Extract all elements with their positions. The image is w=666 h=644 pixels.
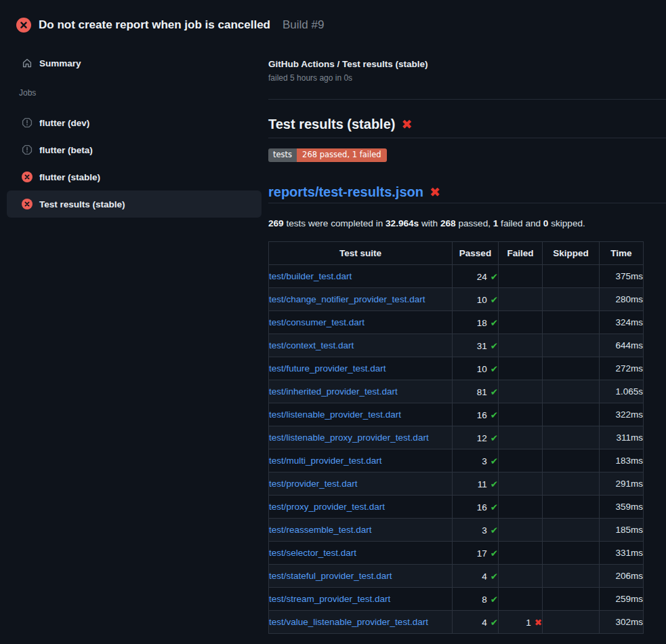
check-icon: ✔ bbox=[491, 364, 498, 374]
total-tests-count: 269 bbox=[268, 218, 284, 228]
skipped-cell bbox=[543, 519, 600, 542]
passed-cell: 11✔ bbox=[453, 472, 499, 496]
passed-cell: 8✔ bbox=[453, 588, 499, 611]
column-header-skipped: Skipped bbox=[543, 242, 600, 265]
passed-cell-value: 10 bbox=[477, 295, 487, 305]
skipped-cell bbox=[543, 565, 600, 588]
sidebar-item-label: flutter (beta) bbox=[39, 145, 93, 155]
badge-value: 268 passed, 1 failed bbox=[297, 148, 386, 162]
time-cell: 324ms bbox=[600, 311, 644, 334]
report-file-link[interactable]: reports/test-results.json bbox=[268, 184, 423, 199]
check-icon: ✔ bbox=[491, 456, 498, 466]
time-cell: 272ms bbox=[600, 357, 644, 380]
test-suite-link[interactable]: test/future_provider_test.dart bbox=[269, 363, 386, 374]
report-title: Test results (stable)✖ bbox=[268, 115, 666, 138]
passed-cell-value: 17 bbox=[477, 548, 487, 559]
sidebar-item-flutter-stable[interactable]: flutter (stable) bbox=[7, 163, 262, 190]
passed-cell-value: 12 bbox=[477, 433, 487, 443]
failed-cell bbox=[499, 542, 543, 565]
test-suite-link[interactable]: test/stateful_provider_test.dart bbox=[269, 571, 392, 581]
test-suite-link[interactable]: test/context_test.dart bbox=[269, 340, 354, 350]
cancelled-icon bbox=[22, 117, 33, 128]
passed-cell-value: 8 bbox=[482, 595, 487, 605]
summary-text: passed, bbox=[456, 218, 493, 228]
passed-cell-value: 24 bbox=[477, 272, 487, 282]
sidebar-item-label: Summary bbox=[39, 58, 81, 68]
test-suite-cell: test/inherited_provider_test.dart bbox=[269, 380, 453, 403]
test-suite-cell: test/stream_provider_test.dart bbox=[269, 588, 453, 611]
table-row: test/future_provider_test.dart10✔272ms bbox=[269, 357, 644, 380]
passed-cell-value: 81 bbox=[477, 387, 487, 397]
page-title: Do not create report when job is cancell… bbox=[39, 18, 270, 32]
skipped-cell bbox=[543, 449, 600, 472]
test-suite-link[interactable]: test/change_notifier_provider_test.dart bbox=[269, 294, 425, 304]
test-suite-cell: test/listenable_proxy_provider_test.dart bbox=[269, 426, 453, 449]
test-suite-cell: test/reassemble_test.dart bbox=[269, 519, 453, 542]
test-suite-link[interactable]: test/consumer_test.dart bbox=[269, 317, 365, 327]
test-results-table: Test suite Passed Failed Skipped Time te… bbox=[268, 241, 644, 634]
summary-line: 269 tests were completed in 32.964s with… bbox=[268, 218, 645, 229]
skipped-cell bbox=[543, 403, 600, 426]
skipped-cell bbox=[543, 288, 600, 311]
passed-cell-value: 10 bbox=[477, 364, 487, 374]
check-icon: ✔ bbox=[491, 571, 498, 582]
time-cell: 291ms bbox=[600, 472, 644, 496]
time-cell: 311ms bbox=[600, 426, 644, 449]
passed-cell-value: 16 bbox=[477, 410, 487, 420]
table-row: test/selector_test.dart17✔331ms bbox=[269, 542, 644, 565]
test-suite-link[interactable]: test/value_listenable_provider_test.dart bbox=[269, 617, 428, 627]
passed-cell: 12✔ bbox=[453, 426, 499, 449]
test-suite-link[interactable]: test/proxy_provider_test.dart bbox=[269, 502, 385, 512]
time-cell: 644ms bbox=[600, 334, 644, 357]
passed-cell: 10✔ bbox=[453, 357, 499, 380]
failed-cell bbox=[499, 496, 543, 519]
time-cell: 375ms bbox=[600, 265, 644, 288]
test-suite-link[interactable]: test/provider_test.dart bbox=[269, 479, 358, 489]
time-cell: 359ms bbox=[600, 496, 644, 519]
test-suite-link[interactable]: test/builder_test.dart bbox=[269, 271, 352, 281]
failed-cell bbox=[499, 565, 543, 588]
summary-text: skipped. bbox=[548, 218, 585, 228]
sidebar-item-test-results-stable[interactable]: Test results (stable) bbox=[7, 190, 262, 218]
failed-cell bbox=[499, 357, 543, 380]
test-suite-link[interactable]: test/inherited_provider_test.dart bbox=[269, 386, 398, 397]
check-icon: ✔ bbox=[491, 618, 498, 628]
sidebar-item-summary[interactable]: Summary bbox=[7, 49, 262, 77]
time-cell: 185ms bbox=[600, 519, 644, 542]
test-suite-link[interactable]: test/multi_provider_test.dart bbox=[269, 456, 382, 466]
test-suite-cell: test/selector_test.dart bbox=[269, 542, 453, 565]
passed-cell: 16✔ bbox=[453, 403, 499, 426]
failed-cell bbox=[499, 334, 543, 357]
sidebar-item-flutter-beta[interactable]: flutter (beta) bbox=[7, 136, 262, 163]
table-row: test/stateful_provider_test.dart4✔206ms bbox=[269, 565, 644, 588]
main-content: GitHub Actions / Test results (stable) f… bbox=[268, 38, 666, 634]
skipped-cell bbox=[543, 311, 600, 334]
test-suite-link[interactable]: test/listenable_proxy_provider_test.dart bbox=[269, 432, 429, 443]
table-row: test/listenable_proxy_provider_test.dart… bbox=[269, 426, 644, 449]
test-suite-link[interactable]: test/stream_provider_test.dart bbox=[269, 594, 390, 604]
table-row: test/builder_test.dart24✔375ms bbox=[269, 265, 644, 288]
passed-cell: 81✔ bbox=[453, 380, 499, 403]
time-cell: 322ms bbox=[600, 403, 644, 426]
sidebar: Summary Jobs flutter (dev) flut bbox=[0, 38, 268, 218]
skipped-cell bbox=[543, 588, 600, 611]
passed-cell: 4✔ bbox=[453, 565, 499, 588]
test-suite-cell: test/proxy_provider_test.dart bbox=[269, 496, 453, 519]
test-suite-cell: test/future_provider_test.dart bbox=[269, 357, 453, 380]
failed-cell-value: 1 bbox=[526, 618, 531, 628]
test-suite-link[interactable]: test/reassemble_test.dart bbox=[269, 525, 372, 535]
test-suite-link[interactable]: test/selector_test.dart bbox=[269, 548, 356, 558]
sidebar-item-flutter-dev[interactable]: flutter (dev) bbox=[7, 109, 262, 136]
check-icon: ✔ bbox=[491, 525, 498, 536]
passed-cell: 24✔ bbox=[453, 265, 499, 288]
test-suite-link[interactable]: test/listenable_provider_test.dart bbox=[269, 409, 401, 420]
passed-cell-value: 4 bbox=[482, 571, 487, 582]
time-cell: 280ms bbox=[600, 288, 644, 311]
time-cell: 331ms bbox=[600, 542, 644, 565]
failed-cell bbox=[499, 380, 543, 403]
passed-cell-value: 16 bbox=[477, 502, 487, 512]
test-suite-cell: test/multi_provider_test.dart bbox=[269, 449, 453, 472]
passed-cell: 10✔ bbox=[453, 288, 499, 311]
passed-cell: 18✔ bbox=[453, 311, 499, 334]
test-results-tbody: test/builder_test.dart24✔375mstest/chang… bbox=[269, 265, 644, 634]
